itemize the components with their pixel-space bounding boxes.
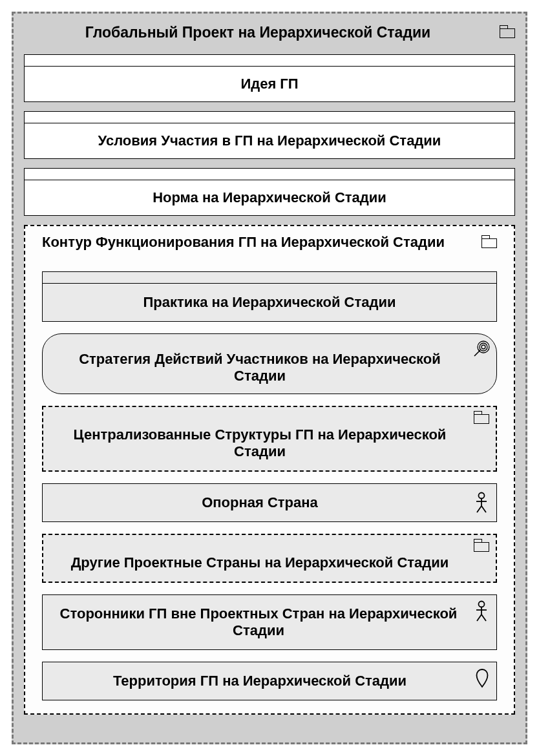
outer-package-title-text: Глобальный Проект на Иерархической Стади… — [85, 24, 431, 41]
item-centralized-label: Централизованные Структуры ГП на Иерархи… — [74, 426, 447, 459]
svg-point-5 — [479, 493, 485, 499]
svg-point-10 — [479, 602, 485, 607]
folder-icon — [474, 411, 491, 430]
item-strategy-label: Стратегия Действий Участников на Иерархи… — [79, 351, 441, 384]
block-norm: Норма на Иерархической Стадии — [24, 168, 515, 216]
block-header — [43, 272, 496, 284]
location-pin-icon — [476, 669, 489, 688]
block-idea: Идея ГП — [24, 54, 515, 102]
target-icon — [473, 339, 490, 359]
inner-package-title: Контур Функционирования ГП на Иерархичес… — [42, 233, 497, 260]
block-idea-label: Идея ГП — [25, 67, 514, 101]
item-territory: Территория ГП на Иерархической Стадии — [42, 662, 497, 700]
inner-package-title-text: Контур Функционирования ГП на Иерархичес… — [42, 234, 445, 250]
folder-icon — [481, 235, 496, 247]
item-practice: Практика на Иерархической Стадии — [42, 271, 497, 322]
block-conditions: Условия Участия в ГП на Иерархической Ст… — [24, 111, 515, 159]
item-practice-label: Практика на Иерархической Стадии — [43, 284, 496, 321]
item-centralized: Централизованные Структуры ГП на Иерархи… — [42, 406, 497, 472]
svg-point-1 — [480, 343, 487, 351]
folder-icon — [474, 539, 491, 558]
actor-icon — [474, 600, 489, 622]
item-other-countries: Другие Проектные Страны на Иерархической… — [42, 534, 497, 583]
item-anchor-country: Опорная Страна — [42, 483, 497, 522]
block-header — [25, 55, 514, 67]
item-territory-label: Территория ГП на Иерархической Стадии — [113, 673, 407, 689]
diagram-canvas: Глобальный Проект на Иерархической Стади… — [0, 0, 539, 756]
outer-package-title: Глобальный Проект на Иерархической Стади… — [24, 23, 515, 43]
block-conditions-label: Условия Участия в ГП на Иерархической Ст… — [25, 123, 514, 158]
item-supporters-label: Сторонники ГП вне Проектных Стран на Иер… — [60, 605, 458, 638]
item-other-countries-label: Другие Проектные Страны на Иерархической… — [71, 554, 449, 571]
item-strategy: Стратегия Действий Участников на Иерархи… — [42, 333, 497, 394]
svg-line-9 — [481, 506, 486, 512]
outer-package: Глобальный Проект на Иерархической Стади… — [12, 12, 527, 744]
folder-icon — [500, 25, 514, 37]
svg-point-2 — [481, 345, 485, 349]
svg-line-8 — [477, 506, 481, 512]
item-anchor-country-label: Опорная Страна — [202, 494, 318, 510]
actor-icon — [474, 492, 489, 514]
svg-line-14 — [481, 614, 486, 621]
svg-line-13 — [477, 614, 481, 621]
inner-package: Контур Функционирования ГП на Иерархичес… — [24, 225, 515, 715]
block-header — [25, 169, 514, 180]
block-header — [25, 112, 514, 123]
block-norm-label: Норма на Иерархической Стадии — [25, 180, 514, 215]
item-supporters: Сторонники ГП вне Проектных Стран на Иер… — [42, 594, 497, 650]
